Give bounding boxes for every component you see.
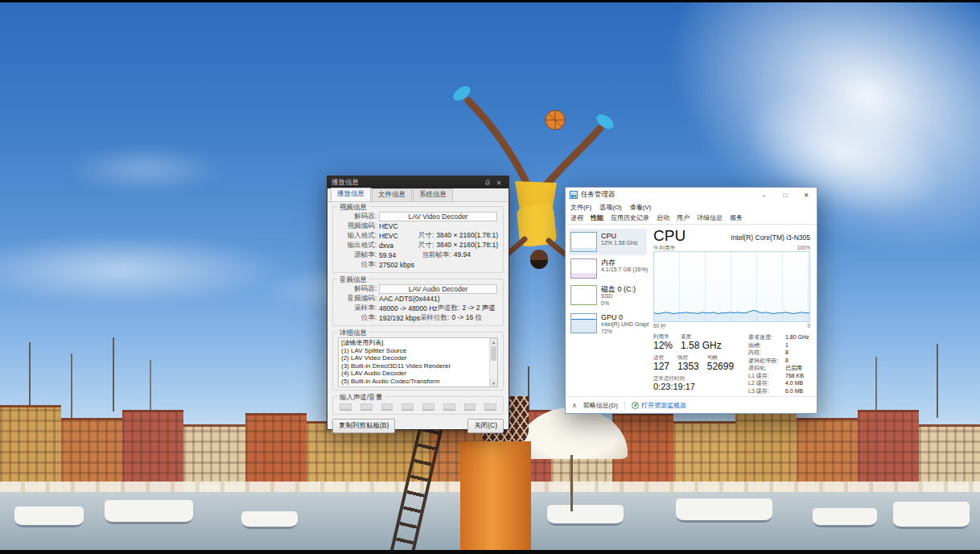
cloud	[64, 145, 225, 193]
boat	[241, 511, 298, 529]
sidebar-gpu-name: Intel(R) UHD Graphics	[601, 321, 649, 329]
scrollbar[interactable]: ▲ ▼	[489, 338, 497, 387]
sidebar-item-cpu[interactable]: CPU 12% 1.58 GHz	[569, 229, 647, 255]
uptime-label: 正常运行时间	[653, 375, 743, 382]
disk-mini-graph	[570, 285, 597, 305]
input-channels-label: 输入声道/音量	[337, 393, 385, 403]
close-icon[interactable]: ✕	[796, 188, 817, 202]
video-info-group-label: 视频信息	[337, 203, 369, 213]
tab-startup[interactable]: 启动	[657, 213, 669, 222]
video-src-fps-value: 59.94	[379, 251, 396, 259]
sidebar-item-disk[interactable]: 磁盘 0 (C:) SSD 0%	[569, 282, 647, 310]
boat	[105, 500, 193, 524]
video-input-value: HEVC	[379, 232, 398, 240]
pin-icon[interactable]	[482, 178, 493, 188]
cpu-model-name: Intel(R) Core(TM) i3-N305	[731, 234, 810, 244]
copy-to-clipboard-button[interactable]: 复制到剪贴板(B)	[332, 419, 395, 433]
tab-performance[interactable]: 性能	[591, 213, 603, 222]
boat	[676, 498, 772, 523]
l1-cache-value: 768 KB	[785, 372, 804, 380]
sidebar-gpu-usage: 72%	[601, 329, 649, 336]
menu-view[interactable]: 查看(V)	[630, 203, 652, 212]
audio-samplerate-label: 采样率:	[338, 304, 377, 313]
scroll-up-icon[interactable]: ▲	[490, 338, 497, 345]
audio-bitrate-label: 位率:	[338, 313, 377, 323]
speed-value: 1.58 GHz	[681, 340, 722, 351]
cpu-utilization-graph	[653, 251, 810, 322]
processes-label: 进程	[653, 354, 669, 361]
logical-processors-label: 逻辑处理器:	[748, 357, 785, 365]
video-bitrate-label: 位率:	[338, 260, 377, 270]
tab-system-info[interactable]: 系统信息	[413, 188, 453, 201]
taskmanager-titlebar[interactable]: 任务管理器 – □ ✕	[566, 188, 817, 202]
boat	[547, 505, 624, 526]
volume-meter	[484, 403, 496, 411]
filter-list[interactable]: [滤镜使用列表] (1) LAV Splitter Source (2) LAV…	[338, 337, 498, 387]
logical-processors-value: 8	[785, 357, 789, 365]
video-codec-value: HEVC	[379, 222, 398, 230]
video-output-size-label: 尺寸:	[418, 241, 434, 250]
tab-app-history[interactable]: 应用历史记录	[611, 213, 649, 222]
audio-decoder-box[interactable]: LAV Audio Decoder	[379, 284, 497, 294]
mediainfo-tabs: 播放信息 文件信息 系统信息	[327, 188, 509, 202]
utilization-label: 利用率	[653, 333, 673, 340]
l2-cache-label: L2 缓存:	[748, 379, 785, 387]
scrollbar-thumb[interactable]	[491, 346, 496, 361]
sidebar-item-memory[interactable]: 内存 4.1/15.7 GB (26%)	[569, 255, 647, 282]
minimize-icon[interactable]: –	[754, 188, 775, 202]
audio-channels-label: 声道数:	[438, 304, 460, 313]
graph-ymax: 100%	[797, 244, 810, 251]
top-edge-bar	[0, 0, 980, 2]
tab-services[interactable]: 服务	[730, 213, 743, 222]
scroll-down-icon[interactable]: ▼	[490, 379, 497, 387]
taskmanager-app-icon	[570, 191, 578, 199]
tab-users[interactable]: 用户	[677, 213, 690, 222]
tab-processes[interactable]: 进程	[570, 213, 583, 222]
cores-label: 内核:	[748, 349, 785, 357]
sidebar-disk-type: SSD	[601, 293, 636, 300]
cpu-mini-graph	[570, 232, 597, 252]
volume-meter	[464, 403, 476, 411]
close-button[interactable]: 关闭(C)	[467, 419, 504, 433]
audio-channels-value: 2 -> 2 声道	[462, 304, 495, 313]
taskmanager-footer: ∧ 简略信息(D) 打开资源监视器	[566, 396, 817, 413]
processes-value: 127	[653, 361, 669, 372]
close-icon[interactable]: ✕	[493, 178, 504, 188]
sidebar-item-gpu[interactable]: GPU 0 Intel(R) UHD Graphics 72%	[569, 310, 647, 338]
tab-playback-info[interactable]: 播放信息	[331, 188, 371, 201]
filter-list-line: (6) DirectSound Audio Renderer	[341, 385, 488, 387]
fewer-details-button[interactable]: 简略信息(D)	[583, 401, 625, 410]
filter-list-line: (4) LAV Audio Decoder	[341, 370, 488, 378]
volume-meter	[360, 403, 373, 411]
chevron-up-icon: ∧	[572, 402, 577, 409]
sockets-value: 1	[785, 341, 789, 349]
video-output-size-value: 3840 × 2160(1.78:1)	[436, 241, 498, 250]
volume-meter	[340, 403, 352, 411]
boat	[813, 508, 877, 527]
cpu-live-stats: 利用率 12% 速度 1.58 GHz 进程 127	[653, 333, 743, 395]
boat	[893, 502, 970, 529]
open-resource-monitor-link[interactable]: 打开资源监视器	[632, 401, 686, 410]
video-decoder-box[interactable]: LAV Video Decoder	[379, 212, 497, 221]
gpu-mini-graph	[570, 313, 597, 333]
l1-cache-label: L1 缓存:	[748, 372, 785, 380]
video-cur-fps-value: 49.94	[454, 250, 471, 260]
volume-meter	[422, 403, 434, 411]
maximize-icon[interactable]: □	[775, 188, 796, 202]
video-src-fps-label: 源帧率:	[338, 250, 377, 260]
bottom-edge-bar	[0, 550, 980, 554]
menu-file[interactable]: 文件(F)	[570, 203, 591, 212]
video-input-label: 输入格式:	[338, 231, 377, 241]
video-bitrate-value: 27502 kbps	[379, 261, 414, 269]
sidebar-disk-title: 磁盘 0 (C:)	[601, 285, 636, 293]
mediainfo-titlebar[interactable]: 播放信息 ✕	[327, 176, 509, 188]
sidebar-memory-title: 内存	[601, 258, 648, 267]
umbrella-pole	[570, 455, 573, 511]
menu-options[interactable]: 选项(O)	[599, 203, 622, 212]
graph-ylabel: % 利用率	[653, 244, 675, 251]
audio-bits-value: 0 -> 16 位	[451, 313, 482, 323]
tab-file-info[interactable]: 文件信息	[372, 188, 412, 201]
sidebar-gpu-title: GPU 0	[601, 313, 649, 321]
tab-details[interactable]: 详细信息	[697, 213, 723, 222]
cpu-spec-stats: 基准速度:1.80 GHz 插槽:1 内核:8 逻辑处理器:8 虚拟化:已启用 …	[748, 333, 810, 395]
